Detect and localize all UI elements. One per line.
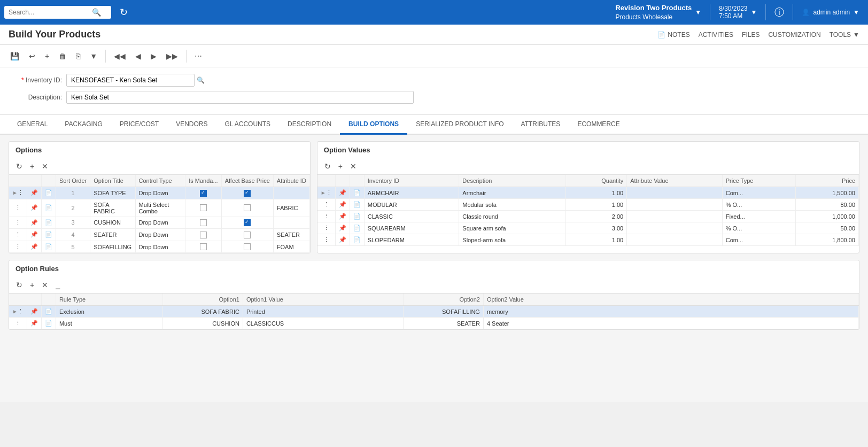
- tab-vendors[interactable]: VENDORS: [167, 115, 216, 135]
- values-delete-button[interactable]: ✕: [347, 160, 359, 172]
- datetime-selector[interactable]: 8/30/2023 7:50 AM ▼: [715, 3, 761, 22]
- inventory-id-row: Inventory ID: 🔍: [9, 74, 859, 87]
- row-doc: 📄: [350, 187, 364, 199]
- sort-order: 1: [56, 187, 90, 199]
- inventory-id: ARMCHAIR: [364, 187, 459, 199]
- expand-icon[interactable]: ►: [321, 190, 326, 196]
- options-table-row[interactable]: ⋮ 📌 📄 4 SEATER Drop Down SEATER: [9, 229, 309, 241]
- rules-refresh-button[interactable]: ↻: [13, 279, 25, 291]
- more-button[interactable]: ⋯: [191, 49, 206, 63]
- search-box[interactable]: 🔍: [4, 6, 111, 19]
- options-col-drag: [9, 175, 27, 187]
- files-button[interactable]: FILES: [742, 31, 759, 38]
- tab-price-cost[interactable]: PRICE/COST: [111, 115, 167, 135]
- next-record-button[interactable]: ▶: [147, 49, 160, 63]
- tools-button[interactable]: TOOLS ▼: [830, 31, 859, 38]
- form-section: Inventory ID: 🔍 Description:: [0, 67, 868, 115]
- quantity: 1.00: [565, 234, 626, 246]
- attribute-id: FABRIC: [273, 199, 309, 217]
- values-table-row[interactable]: ⋮ 📌 📄 MODULAR Modular sofa 1.00 % O... 8…: [317, 199, 859, 211]
- tab-description[interactable]: DESCRIPTION: [279, 115, 340, 135]
- values-table-row[interactable]: ⋮ 📌 📄 SLOPEDARM Sloped-arm sofa 1.00 Com…: [317, 234, 859, 246]
- undo-button[interactable]: ↩: [25, 49, 39, 63]
- delete-button[interactable]: 🗑: [55, 49, 70, 63]
- options-table-row[interactable]: ⋮ 📌 📄 3 CUSHION Drop Down: [9, 217, 309, 229]
- options-col-sort: Sort Order: [56, 175, 90, 187]
- options-add-button[interactable]: +: [27, 160, 37, 172]
- quantity: 1.00: [565, 187, 626, 199]
- row-pin: 📌: [27, 229, 41, 241]
- options-refresh-button[interactable]: ↻: [13, 160, 25, 172]
- rules-table-row[interactable]: ►⋮ 📌 📄 Exclusion SOFA FABRIC Printed SOF…: [9, 306, 859, 318]
- option1-value: CLASSICCUS: [243, 318, 403, 329]
- row-doc: 📄: [41, 217, 56, 229]
- affect-base-price: [221, 199, 273, 217]
- row-drag: ⋮: [9, 241, 27, 253]
- tab-packaging[interactable]: PACKAGING: [56, 115, 111, 135]
- price-type: Com...: [722, 187, 795, 199]
- row-doc: 📄: [41, 306, 56, 318]
- tab-serialized[interactable]: SERIALIZED PRODUCT INFO: [407, 115, 512, 135]
- expand-icon[interactable]: ►: [12, 190, 18, 196]
- company-selector[interactable]: Revision Two Products Products Wholesale…: [611, 1, 706, 24]
- nav-time: 7:50 AM: [719, 12, 747, 20]
- copy-dropdown-button[interactable]: ▼: [86, 49, 101, 63]
- values-add-button[interactable]: +: [336, 160, 345, 172]
- options-table-row[interactable]: ►⋮ 📌 📄 1 SOFA TYPE Drop Down: [9, 187, 309, 199]
- option1: CUSHION: [162, 318, 243, 329]
- inventory-search-icon[interactable]: 🔍: [197, 76, 205, 84]
- rules-col-opt1val: Option1 Value: [243, 294, 403, 306]
- is-mandatory: [185, 187, 221, 199]
- tab-attributes[interactable]: ATTRIBUTES: [513, 115, 569, 135]
- first-record-button[interactable]: ◀◀: [110, 49, 129, 63]
- inventory-id: SQUAREARM: [364, 222, 459, 234]
- price-type: % O...: [722, 222, 795, 234]
- options-table-row[interactable]: ⋮ 📌 📄 5 SOFAFILLING Drop Down FOAM: [9, 241, 309, 253]
- activities-button[interactable]: ACTIVITIES: [699, 31, 733, 38]
- row-doc: 📄: [350, 234, 364, 246]
- rules-delete-button[interactable]: ✕: [39, 279, 51, 291]
- option-values-toolbar: ↻ + ✕: [317, 158, 859, 175]
- user-menu[interactable]: 👤 admin admin ▼: [797, 6, 864, 18]
- rules-link-button[interactable]: ⎯: [53, 279, 63, 291]
- rules-col-opt2val: Option2 Value: [483, 294, 858, 306]
- inventory-id-input[interactable]: [66, 74, 195, 87]
- rules-add-button[interactable]: +: [27, 279, 37, 291]
- values-table-row[interactable]: ⋮ 📌 📄 SQUAREARM Square arm sofa 3.00 % O…: [317, 222, 859, 234]
- add-button[interactable]: +: [41, 49, 53, 63]
- tab-gl-accounts[interactable]: GL ACCOUNTS: [216, 115, 280, 135]
- options-table-row[interactable]: ⋮ 📌 📄 2 SOFA FABRIC Multi Select Combo F…: [9, 199, 309, 217]
- attribute-id: [273, 187, 309, 199]
- values-col-attrval: Attribute Value: [627, 175, 723, 187]
- option1-value: Printed: [243, 306, 403, 318]
- copy-button[interactable]: ⎘: [72, 49, 84, 63]
- option-values-table: Inventory ID Description Quantity Attrib…: [317, 175, 859, 246]
- values-refresh-button[interactable]: ↻: [322, 160, 334, 172]
- row-pin: 📌: [27, 318, 41, 329]
- sort-order: 5: [56, 241, 90, 253]
- help-button[interactable]: ⓘ: [770, 4, 788, 21]
- values-table-row[interactable]: ►⋮ 📌 📄 ARMCHAIR Armchair 1.00 Com... 1,5…: [317, 187, 859, 199]
- save-button[interactable]: 💾: [6, 49, 23, 63]
- customization-button[interactable]: CUSTOMIZATION: [768, 31, 820, 38]
- last-record-button[interactable]: ▶▶: [162, 49, 182, 63]
- row-doc: 📄: [350, 211, 364, 222]
- history-button[interactable]: ↻: [115, 4, 132, 20]
- quantity: 3.00: [565, 222, 626, 234]
- tab-general[interactable]: GENERAL: [9, 115, 56, 135]
- options-delete-button[interactable]: ✕: [39, 160, 51, 172]
- tab-build-options[interactable]: BUILD OPTIONS: [340, 115, 407, 135]
- row-drag: ⋮: [317, 234, 335, 246]
- search-input[interactable]: [9, 9, 89, 16]
- rules-table-row[interactable]: ⋮ 📌 📄 Must CUSHION CLASSICCUS SEATER 4 S…: [9, 318, 859, 329]
- price-type: % O...: [722, 199, 795, 211]
- row-pin: 📌: [27, 306, 41, 318]
- values-col-doc: [350, 175, 364, 187]
- tab-ecommerce[interactable]: ECOMMERCE: [569, 115, 628, 135]
- quantity: 1.00: [565, 199, 626, 211]
- notes-button[interactable]: 📄 NOTES: [657, 31, 689, 38]
- expand-icon[interactable]: ►: [12, 309, 18, 314]
- values-table-row[interactable]: ⋮ 📌 📄 CLASSIC Classic round 2.00 Fixed..…: [317, 211, 859, 222]
- prev-record-button[interactable]: ◀: [131, 49, 145, 63]
- description-input[interactable]: [66, 91, 414, 104]
